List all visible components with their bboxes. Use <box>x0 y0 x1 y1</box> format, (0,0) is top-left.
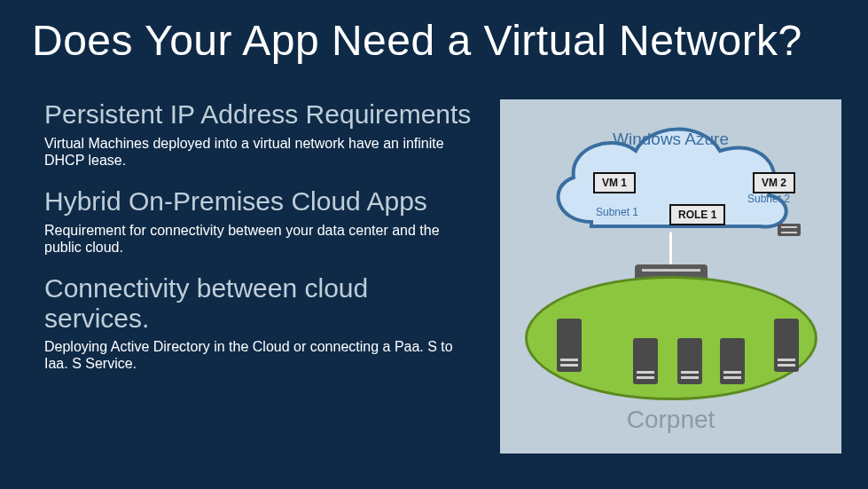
vm2-box: VM 2 <box>753 172 795 193</box>
subnet2-label: Subnet 2 <box>747 193 790 205</box>
server-icon <box>557 319 582 372</box>
section-body-2: Requirement for connectivity between you… <box>44 222 479 256</box>
section-heading-2: Hybrid On-Premises Cloud Apps <box>44 186 479 217</box>
slide-title: Does Your App Need a Virtual Network? <box>0 0 868 65</box>
server-icon <box>677 338 702 384</box>
network-diagram: Windows Azure VM 1 VM 2 ROLE 1 Subnet 1 … <box>500 99 841 454</box>
server-icon <box>774 319 799 372</box>
server-icon <box>720 338 745 384</box>
subnet1-label: Subnet 1 <box>596 206 638 218</box>
text-column: Persistent IP Address Requirements Virtu… <box>44 99 479 454</box>
section-body-3: Deploying Active Directory in the Cloud … <box>44 338 479 372</box>
server-icon <box>633 338 658 384</box>
cloud-server-icon <box>778 224 801 236</box>
corpnet-label: Corpnet <box>627 406 716 434</box>
vm1-box: VM 1 <box>593 172 636 193</box>
section-heading-1: Persistent IP Address Requirements <box>44 99 479 130</box>
section-heading-3: Connectivity between cloud services. <box>44 273 479 333</box>
content-row: Persistent IP Address Requirements Virtu… <box>44 99 841 454</box>
cloud-label: Windows Azure <box>613 130 729 149</box>
role1-box: ROLE 1 <box>669 204 725 225</box>
section-body-1: Virtual Machines deployed into a virtual… <box>44 135 479 169</box>
